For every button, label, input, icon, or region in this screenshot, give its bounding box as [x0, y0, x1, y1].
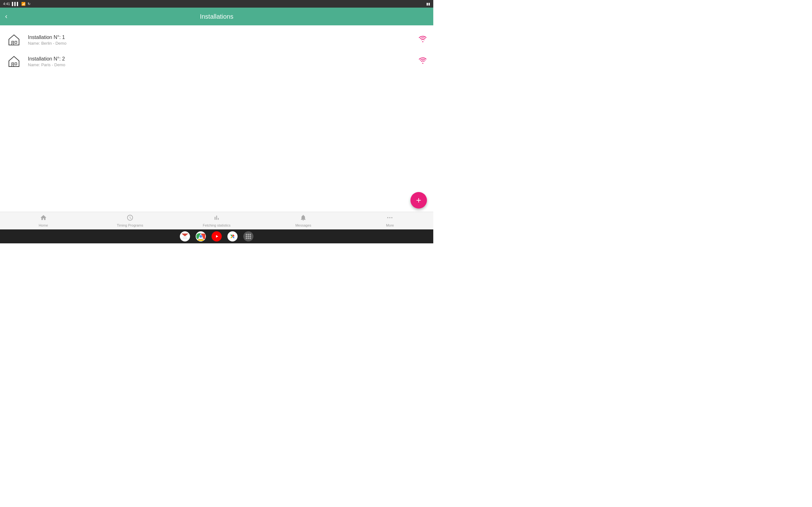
nav-label-home: Home	[39, 223, 48, 227]
installation-item-2[interactable]: Installation N°: 2 Name: Paris - Demo	[0, 51, 433, 72]
svg-point-29	[246, 238, 247, 239]
svg-rect-8	[15, 63, 17, 65]
nav-label-messages: Messages	[295, 223, 311, 227]
nav-item-messages[interactable]: Messages	[260, 214, 347, 227]
nav-item-timing[interactable]: Timing Programs	[87, 214, 173, 227]
app-header: ‹ Installations	[0, 8, 433, 25]
add-installation-button[interactable]: +	[410, 192, 427, 209]
wifi-status-icon: 📶	[21, 2, 26, 6]
svg-point-30	[248, 238, 249, 239]
nav-label-timing: Timing Programs	[117, 223, 143, 227]
svg-point-23	[246, 234, 247, 235]
dock-youtube[interactable]	[212, 231, 222, 241]
bar-chart-icon	[213, 214, 220, 223]
installation-icon-2	[6, 54, 21, 69]
dock-photos[interactable]	[227, 231, 238, 241]
status-bar: 4:41 ▌▌▌ 📶 ↻ ▮▮	[0, 0, 433, 8]
svg-point-27	[248, 236, 249, 237]
svg-rect-7	[12, 63, 14, 66]
svg-point-19	[200, 235, 202, 238]
android-dock	[0, 229, 433, 243]
svg-point-25	[250, 234, 251, 235]
svg-marker-0	[9, 35, 19, 45]
more-icon	[386, 214, 393, 223]
installation-title-2: Installation N°: 2	[28, 56, 419, 62]
back-button[interactable]: ‹	[5, 12, 16, 20]
svg-point-31	[250, 238, 251, 239]
svg-point-13	[390, 217, 391, 218]
installations-list: Installation N°: 1 Name: Berlin - Demo	[0, 25, 433, 212]
dock-chrome[interactable]	[196, 231, 206, 241]
installation-item-1[interactable]: Installation N°: 1 Name: Berlin - Demo	[0, 29, 433, 51]
svg-rect-2	[15, 41, 17, 43]
installation-subtitle-1: Name: Berlin - Demo	[28, 41, 419, 46]
svg-point-26	[246, 236, 247, 237]
bottom-navigation: Home Timing Programs Fetching statistics…	[0, 212, 433, 229]
installation-info-1: Installation N°: 1 Name: Berlin - Demo	[28, 35, 419, 46]
svg-point-12	[387, 217, 389, 218]
installation-title-1: Installation N°: 1	[28, 35, 419, 40]
svg-marker-6	[9, 56, 19, 66]
timer-icon	[126, 214, 134, 223]
page-title: Installations	[200, 13, 234, 20]
status-bar-right: ▮▮	[426, 2, 430, 6]
nav-label-more: More	[386, 223, 394, 227]
bell-icon	[300, 214, 307, 223]
house-icon-1	[8, 34, 20, 46]
installation-icon-1	[6, 32, 21, 48]
wifi-connected-icon-2	[419, 56, 427, 66]
signal-icon: ▌▌▌	[12, 2, 19, 6]
svg-point-24	[248, 234, 249, 235]
time-display: 4:41	[3, 2, 10, 6]
status-bar-left: 4:41 ▌▌▌ 📶 ↻	[3, 2, 31, 6]
nav-item-stats[interactable]: Fetching statistics	[173, 214, 260, 227]
wifi-connected-icon-1	[419, 35, 427, 45]
nav-label-stats: Fetching statistics	[203, 223, 230, 227]
svg-point-14	[392, 217, 393, 218]
nav-item-more[interactable]: More	[347, 214, 433, 227]
home-icon	[40, 214, 47, 223]
dock-launcher[interactable]	[243, 231, 253, 241]
sync-icon: ↻	[28, 2, 31, 6]
installation-subtitle-2: Name: Paris - Demo	[28, 62, 419, 67]
nav-item-home[interactable]: Home	[0, 214, 87, 227]
battery-icon: ▮▮	[426, 2, 430, 6]
svg-point-28	[250, 236, 251, 237]
svg-rect-1	[12, 41, 14, 45]
dock-gmail[interactable]	[180, 231, 190, 241]
installation-info-2: Installation N°: 2 Name: Paris - Demo	[28, 56, 419, 67]
house-icon-2	[8, 55, 20, 68]
